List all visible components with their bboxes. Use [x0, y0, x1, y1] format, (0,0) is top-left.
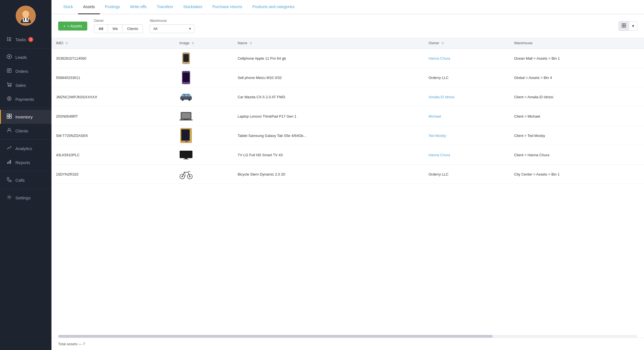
sort-icon-image[interactable]: ⇅ — [192, 41, 194, 45]
table-row: 15DYN2R320Bicycle Stern Dynamic 2.0 20Or… — [51, 165, 644, 184]
cell-imei: 20SN0048RT — [51, 107, 175, 126]
orders-icon — [6, 68, 12, 74]
col-warehouse: Warehouse — [510, 38, 644, 49]
tab-transfers[interactable]: Transfers — [152, 0, 178, 14]
cell-name: Tablet Samsung Galaxy Tab S5e 4/64Gb... — [233, 126, 424, 145]
tab-assets[interactable]: Assets — [78, 0, 100, 14]
product-image — [179, 109, 193, 123]
sidebar-item-clients[interactable]: Clients — [0, 124, 51, 138]
sidebar-item-inventory[interactable]: Inventory — [0, 110, 51, 124]
svg-rect-11 — [8, 40, 11, 41]
cell-image — [175, 68, 233, 87]
owner-filter-clients[interactable]: Clients — [123, 24, 143, 33]
cell-warehouse: Client > Ted Mosby — [510, 126, 644, 145]
sidebar-item-payments[interactable]: Payments — [0, 92, 51, 106]
owner-filter-group: Owner All We Clients — [94, 19, 143, 33]
cell-name: Sell phone Meizu M10 3/32 — [233, 68, 424, 87]
view-toggle-group: ▾ — [619, 21, 637, 31]
svg-rect-52 — [182, 113, 191, 118]
analytics-label: Analytics — [15, 146, 32, 151]
sidebar-nav: Tasks 3 Leads Orders Sales P — [0, 30, 51, 350]
product-image — [179, 129, 193, 142]
sidebar: Tasks 3 Leads Orders Sales P — [0, 0, 51, 350]
product-image — [179, 71, 193, 84]
svg-rect-38 — [185, 53, 187, 54]
cell-image — [175, 145, 233, 165]
owner-filter-we[interactable]: We — [108, 24, 123, 33]
svg-rect-34 — [624, 26, 626, 27]
grid-view-button[interactable] — [619, 22, 629, 31]
cell-owner[interactable]: Amalia El Idrissi — [424, 87, 510, 107]
payments-label: Payments — [15, 97, 34, 102]
sidebar-item-leads[interactable]: Leads — [0, 50, 51, 64]
clients-icon — [6, 128, 12, 134]
svg-point-26 — [11, 146, 11, 147]
sidebar-item-reports[interactable]: Reports — [0, 155, 51, 169]
svg-rect-58 — [185, 141, 188, 142]
tab-writeoffs[interactable]: Write-offs — [125, 0, 152, 14]
tab-postings[interactable]: Postings — [100, 0, 125, 14]
svg-rect-29 — [10, 160, 11, 164]
cell-imei: 43LK5910PLC — [51, 145, 175, 165]
cell-owner[interactable]: Hanna Chura — [424, 49, 510, 68]
warehouse-select[interactable]: All — [150, 24, 194, 33]
tab-products-categories[interactable]: Products and categories — [247, 0, 300, 14]
cell-warehouse: Ocean Mall > Assets > Bin 1 — [510, 49, 644, 68]
owner-filter-all[interactable]: All — [94, 24, 108, 33]
scroll-thumb — [58, 335, 493, 338]
calls-icon — [6, 177, 12, 183]
sidebar-item-sales[interactable]: Sales — [0, 78, 51, 92]
table-row: 353828107114560Cellphone Apple 11 Pro 64… — [51, 49, 644, 68]
sidebar-item-orders[interactable]: Orders — [0, 64, 51, 78]
sort-icon-imei[interactable]: ⇅ — [65, 41, 68, 45]
product-image — [179, 167, 193, 181]
table-row: SM-T720NZDASEKTablet Samsung Galaxy Tab … — [51, 126, 644, 145]
leads-label: Leads — [15, 55, 27, 60]
svg-rect-21 — [7, 114, 9, 116]
svg-rect-41 — [185, 72, 187, 72]
cell-owner[interactable]: Michael — [424, 107, 510, 126]
cell-owner: Orderry LLC — [424, 68, 510, 87]
warehouse-filter-group: Warehouse All ▼ — [150, 19, 194, 33]
svg-rect-63 — [183, 159, 189, 159]
assets-table-wrap: IMEI ⇅ Image ⇅ Name ⇅ Owner ⇅ — [51, 38, 644, 335]
sidebar-item-tasks[interactable]: Tasks 3 — [0, 32, 51, 46]
svg-rect-36 — [183, 54, 189, 62]
cell-imei: 353828107114560 — [51, 49, 175, 68]
cell-owner[interactable]: Ted Mosby — [424, 126, 510, 145]
svg-point-59 — [186, 142, 187, 143]
svg-rect-56 — [181, 129, 190, 141]
tabs-bar: Stock Assets Postings Write-offs Transfe… — [51, 0, 644, 14]
svg-point-30 — [9, 197, 10, 198]
sidebar-item-calls[interactable]: Calls — [0, 173, 51, 187]
svg-rect-8 — [7, 39, 8, 39]
add-assets-button[interactable]: + + Assets — [58, 22, 87, 31]
scroll-track[interactable] — [58, 335, 637, 338]
cell-image — [175, 126, 233, 145]
svg-point-18 — [8, 85, 9, 87]
sort-icon-name[interactable]: ⇅ — [250, 41, 252, 45]
cell-name: TV LG Full HD Smart TV 43 — [233, 145, 424, 165]
cell-owner[interactable]: Hanna Chura — [424, 145, 510, 165]
inventory-icon — [6, 114, 12, 120]
reports-icon — [6, 159, 12, 165]
product-image — [179, 52, 193, 65]
cell-warehouse: Client > Hanna Chura — [510, 145, 644, 165]
sidebar-item-settings[interactable]: Settings — [0, 191, 51, 205]
sidebar-item-analytics[interactable]: Analytics — [0, 141, 51, 155]
svg-rect-5 — [27, 18, 28, 21]
svg-rect-28 — [9, 161, 10, 164]
expand-view-button[interactable]: ▾ — [629, 22, 637, 30]
leads-icon — [6, 54, 12, 60]
product-image — [179, 90, 193, 104]
sort-icon-owner[interactable]: ⇅ — [441, 41, 444, 45]
tab-stock[interactable]: Stock — [58, 0, 78, 14]
tab-stocktakes[interactable]: Stocktakes — [178, 0, 207, 14]
tab-purchase-returns[interactable]: Purchase returns — [207, 0, 247, 14]
avatar[interactable] — [16, 6, 36, 26]
cell-imei: 15DYN2R320 — [51, 165, 175, 184]
svg-rect-54 — [184, 120, 188, 120]
cell-name: Laptop Lenovo ThinkPad P17 Gen 1 — [233, 107, 424, 126]
col-owner: Owner ⇅ — [424, 38, 510, 49]
svg-rect-45 — [185, 94, 188, 96]
